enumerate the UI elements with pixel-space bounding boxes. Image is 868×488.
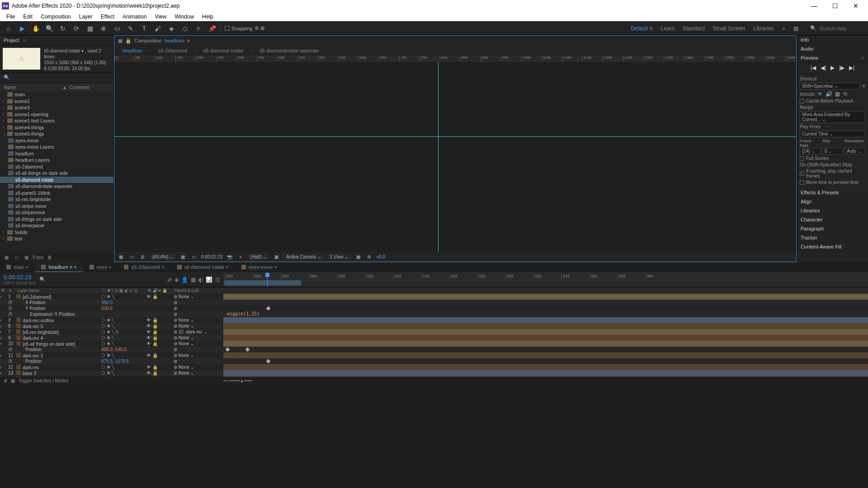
- workspace-default[interactable]: Default ≡: [631, 25, 652, 32]
- shy-icon[interactable]: 👤: [181, 277, 188, 283]
- minimize-button[interactable]: —: [804, 0, 825, 12]
- menu-edit[interactable]: Edit: [19, 13, 36, 21]
- folder-icon[interactable]: ▭: [13, 253, 20, 261]
- menu-animation[interactable]: Animation: [119, 13, 150, 21]
- panel-paragraph[interactable]: Paragraph: [797, 224, 868, 233]
- menu-view[interactable]: View: [151, 13, 170, 21]
- frame-blend-icon[interactable]: ▦: [191, 277, 196, 283]
- layer-row[interactable]: › 9 dark-rec 4 ⬡ ✱ ╲ 👁 🔒 ⊘ None ⌄: [0, 335, 868, 341]
- cache-checkbox[interactable]: [800, 99, 804, 103]
- menu-help[interactable]: Help: [198, 13, 217, 21]
- info-panel[interactable]: Info: [797, 35, 868, 44]
- pen-tool[interactable]: ✎: [126, 23, 136, 33]
- include-video-icon[interactable]: 👁: [817, 91, 823, 97]
- comp-tab[interactable]: s5-2diamond: [154, 47, 192, 55]
- text-tool[interactable]: T: [139, 23, 149, 33]
- tree-item[interactable]: ›Solids: [0, 229, 113, 236]
- menu-layer[interactable]: Layer: [75, 13, 96, 21]
- anchor-tool[interactable]: ⊕: [99, 23, 108, 33]
- property-row[interactable]: ⏱ Expression: Y Position ⊘ wiggle(1,15): [0, 311, 868, 317]
- last-frame-icon[interactable]: ▶|: [849, 65, 854, 71]
- loop-icon[interactable]: ⟲: [843, 91, 847, 97]
- search-help-input[interactable]: [819, 26, 864, 31]
- skip-dropdown[interactable]: 0 ⌄: [822, 148, 843, 155]
- menu-window[interactable]: Window: [171, 13, 198, 21]
- tree-item[interactable]: s5-panel1-1blink: [0, 190, 113, 197]
- menu-composition[interactable]: Composition: [37, 13, 75, 21]
- layer-row[interactable]: › 6 dark-rec 5 ⬡ ✱ ╲ 👁 🔒 ⊘ None ⌄: [0, 323, 868, 329]
- audio-panel[interactable]: Audio: [797, 44, 868, 53]
- layer-row[interactable]: › 1 [s5-2diamond] ⬡ ✱ ╲ 👁 🔒 ⊘ None ⌄: [0, 294, 868, 300]
- panel-align[interactable]: Align: [797, 197, 868, 206]
- panel-tracker[interactable]: Tracker: [797, 233, 868, 242]
- workspace-libraries[interactable]: Libraries: [753, 25, 774, 32]
- fullscreen-checkbox[interactable]: [800, 156, 804, 161]
- camera-dropdown[interactable]: Active Camera ⌄: [283, 254, 323, 260]
- orbit-tool[interactable]: ↻: [58, 23, 68, 33]
- zoom-tool[interactable]: 🔍: [44, 23, 54, 33]
- framerate-dropdown[interactable]: (24) ⌄: [800, 148, 821, 155]
- snapshot-icon[interactable]: 📷: [226, 254, 233, 259]
- comp-tab[interactable]: headturn: [118, 47, 146, 55]
- exposure-value[interactable]: +0.0: [376, 254, 385, 259]
- timeline-tab[interactable]: main ×: [0, 262, 35, 272]
- panel-effects---presets[interactable]: Effects & Presets: [797, 188, 868, 197]
- tree-item[interactable]: ›eyes-move Layers: [0, 144, 113, 150]
- timeline-tab[interactable]: eyes ×: [83, 262, 118, 272]
- toggle-switches[interactable]: Toggle Switches / Modes: [19, 378, 69, 383]
- hand-tool[interactable]: ✋: [31, 23, 41, 33]
- workspace-small-screen[interactable]: Small Screen: [713, 25, 745, 32]
- comp-tab[interactable]: s5-diamond rotate: [198, 47, 248, 55]
- layer-row[interactable]: › 10 [s5-all things on dark side] ⬡ ✱ ╲ …: [0, 341, 868, 347]
- tl-icon-7[interactable]: ⊡: [215, 277, 220, 283]
- timeline-tab[interactable]: eyes-move ×: [235, 262, 283, 272]
- tree-item[interactable]: ›scene4-things: [0, 124, 113, 131]
- maximize-button[interactable]: ☐: [825, 0, 845, 12]
- project-search[interactable]: 🔍: [0, 72, 113, 83]
- menu-file[interactable]: File: [3, 13, 19, 21]
- camera-tool[interactable]: ▦: [85, 23, 95, 33]
- transparency-icon[interactable]: ▦: [273, 254, 280, 259]
- reset-icon[interactable]: ⟲: [862, 84, 865, 89]
- timeline-tab[interactable]: headturn ≡ ×: [35, 262, 83, 272]
- layer-row[interactable]: › 12 dark-rec ⬡ ✱ ╲ 👁 🔒 ⊘ None ⌄: [0, 364, 868, 370]
- current-time[interactable]: 0:00:02:23: [4, 274, 36, 281]
- layer-row[interactable]: › 11 dark-rec 3 ⬡ ✱ ╲ 👁 🔒 ⊘ None ⌄: [0, 352, 868, 358]
- new-comp-icon[interactable]: ▦: [23, 253, 30, 261]
- preview-panel[interactable]: Preview≡: [797, 53, 868, 62]
- full-res-icon[interactable]: ▦: [179, 254, 187, 259]
- project-tree[interactable]: main›scene2›scene3›scene1-opening›scene1…: [0, 91, 113, 252]
- eraser-tool[interactable]: ◇: [180, 23, 190, 33]
- timeline-layers[interactable]: › 1 [s5-2diamond] ⬡ ✱ ╲ 👁 🔒 ⊘ None ⌄ ⏱ X…: [0, 294, 868, 377]
- channel-icon[interactable]: ●: [237, 254, 244, 259]
- composition-viewer[interactable]: [114, 62, 796, 252]
- tree-item[interactable]: headturn: [0, 150, 113, 157]
- tree-item[interactable]: s5-things on dark side: [0, 216, 113, 223]
- motion-blur-icon[interactable]: ◐: [198, 277, 203, 283]
- next-frame-icon[interactable]: |▶: [839, 65, 844, 71]
- playfrom-dropdown[interactable]: Current Time ⌄: [800, 131, 865, 137]
- tree-item[interactable]: s5-stripemove: [0, 209, 113, 216]
- render-icon[interactable]: ▦: [11, 378, 15, 383]
- tree-item[interactable]: s5-rec-brightside: [0, 196, 113, 203]
- tree-item[interactable]: s5-diamond rotate: [0, 177, 113, 183]
- property-row[interactable]: ⏱ Position 879.5, 1079.5 ⊘: [0, 358, 868, 364]
- timecode-display[interactable]: 0:00:02:23: [201, 254, 222, 259]
- workspace-standard[interactable]: Standard: [683, 25, 705, 32]
- rotate-tool[interactable]: ⟳: [71, 23, 81, 33]
- workspace-more[interactable]: »: [782, 25, 785, 32]
- range-dropdown[interactable]: Work Area Extended By Current... ⌄: [800, 111, 865, 123]
- cache-stop-checkbox[interactable]: [800, 171, 804, 176]
- timeline-ruler[interactable]: 00s02s04s06s08s10s12s14s16s18s20s22s24s2…: [223, 272, 868, 287]
- roi-icon[interactable]: ▭: [190, 254, 198, 259]
- include-audio-icon[interactable]: 🔊: [826, 91, 832, 97]
- rect-tool[interactable]: ▭: [112, 23, 122, 33]
- comp-tab[interactable]: s5-diamondrotate-seperate: [255, 47, 324, 55]
- prev-frame-icon[interactable]: ◀|: [821, 65, 826, 71]
- 3d-icon[interactable]: ▦: [354, 254, 362, 259]
- grid-icon[interactable]: ▦: [117, 254, 124, 259]
- tree-item[interactable]: ›scene3: [0, 104, 113, 111]
- panel-character[interactable]: Character: [797, 215, 868, 224]
- puppet-tool[interactable]: 📌: [207, 23, 217, 33]
- menu-effect[interactable]: Effect: [97, 13, 118, 21]
